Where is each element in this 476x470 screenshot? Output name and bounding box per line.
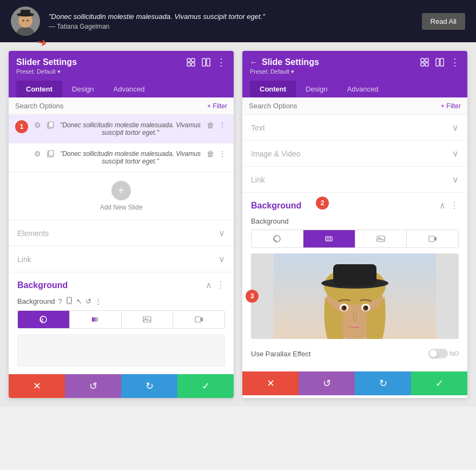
left-bg-title: Background <box>17 280 68 290</box>
right-more-icon[interactable]: ⋮ <box>450 57 460 67</box>
elements-section[interactable]: Elements ∨ <box>9 220 234 246</box>
left-cancel-button[interactable]: ✕ <box>9 374 65 398</box>
right-panel-title: ← Slide Settings <box>250 57 319 67</box>
top-banner: "Donec sollicitudin molestie malesuada. … <box>0 0 476 42</box>
left-bg-color-tab[interactable] <box>18 311 70 328</box>
slide-1-icons: ⚙ <box>32 120 55 130</box>
parallax-row: Use Parallax Effect NO <box>251 343 459 364</box>
right-bg-image-tab[interactable] <box>355 230 407 247</box>
right-redo-button[interactable]: ↻ <box>355 371 411 395</box>
right-bg-video-tab[interactable] <box>407 230 458 247</box>
svg-rect-10 <box>191 63 195 66</box>
right-search-input[interactable] <box>249 102 437 110</box>
right-bg-gradient-tab[interactable] <box>303 230 355 247</box>
right-confirm-button[interactable]: ✓ <box>411 371 467 395</box>
right-bg-label-row: Background <box>251 217 459 225</box>
svg-point-50 <box>365 306 368 309</box>
left-bg-cursor-icon[interactable]: ↖ <box>76 297 82 305</box>
svg-rect-26 <box>421 63 424 66</box>
left-bg-undo-icon[interactable]: ↺ <box>85 297 91 305</box>
read-all-button[interactable]: Read All <box>422 13 465 30</box>
left-tab-advanced[interactable]: Advanced <box>104 81 155 97</box>
right-preset-label[interactable]: Preset: Default ▾ <box>250 68 460 75</box>
add-slide-label: Add New Slide <box>100 204 143 211</box>
right-tab-advanced[interactable]: Advanced <box>338 81 388 97</box>
add-slide-button[interactable]: + <box>111 181 131 200</box>
delete-icon-1[interactable]: 🗑 <box>206 120 215 130</box>
svg-rect-29 <box>440 58 444 66</box>
left-bg-color-preview <box>17 334 225 367</box>
right-split-icon[interactable] <box>435 57 445 67</box>
right-bg-image-container: 3 <box>251 253 459 339</box>
slide-item-2[interactable]: ⚙ "Donec sollicitudin molestie malesuada… <box>9 143 234 172</box>
svg-rect-35 <box>377 236 385 241</box>
toggle-track[interactable] <box>428 349 448 358</box>
image-video-section[interactable]: Image & Video ∨ <box>242 141 467 167</box>
left-bg-type-tabs <box>17 310 225 329</box>
more-icon[interactable]: ⋮ <box>216 57 226 67</box>
expand-icon[interactable] <box>186 57 196 67</box>
link-section-right[interactable]: Link ∨ <box>242 167 467 193</box>
right-tab-content[interactable]: Content <box>250 81 296 97</box>
settings-icon-1[interactable]: ⚙ <box>32 120 42 130</box>
right-bg-sub-label: Background <box>251 217 288 225</box>
delete-icon-2[interactable]: 🗑 <box>206 149 215 159</box>
right-tab-design[interactable]: Design <box>296 81 337 97</box>
svg-rect-28 <box>436 58 439 66</box>
left-filter-button[interactable]: + Filter <box>207 102 227 110</box>
right-tabs: Content Design Advanced <box>250 81 460 97</box>
left-undo-button[interactable]: ↺ <box>65 374 121 398</box>
left-bg-video-tab[interactable] <box>173 311 224 328</box>
text-chevron: ∨ <box>452 122 459 133</box>
left-bg-help-icon[interactable]: ? <box>58 297 62 305</box>
right-bg-more[interactable]: ⋮ <box>450 200 459 211</box>
more-icon-2[interactable]: ⋮ <box>217 149 227 159</box>
left-action-bar: ✕ ↺ ↻ ✓ <box>9 374 234 398</box>
right-expand-icon[interactable] <box>420 57 429 67</box>
more-icon-1[interactable]: ⋮ <box>217 120 227 130</box>
banner-quote: "Donec sollicitudin molestie malesuada. … <box>49 12 413 21</box>
slide-1-text: "Donec sollicitudin molestie malesuada. … <box>60 120 201 138</box>
right-bg-controls: ∧ ⋮ <box>439 200 459 211</box>
left-redo-button[interactable]: ↻ <box>121 374 177 398</box>
left-panel-header: Slider Settings ⋮ Preset: Default ▾ Cont… <box>9 51 234 97</box>
copy-icon-2[interactable] <box>45 149 55 159</box>
left-bg-label-icons: ? ↖ ↺ ⋮ <box>58 297 101 306</box>
split-icon[interactable] <box>201 57 211 67</box>
slide-items-container: 1 ⚙ "Donec sollicitudin molestie malesua… <box>9 115 234 172</box>
left-bg-image-tab[interactable] <box>122 311 174 328</box>
left-confirm-button[interactable]: ✓ <box>177 374 234 398</box>
step-badge-2: 2 <box>316 197 329 210</box>
left-bg-more[interactable]: ⋮ <box>216 280 225 290</box>
parallax-label: Use Parallax Effect <box>251 350 310 358</box>
left-tab-design[interactable]: Design <box>62 81 103 97</box>
svg-rect-25 <box>425 58 428 62</box>
left-tab-content[interactable]: Content <box>16 81 62 97</box>
link-label-left: Link <box>17 255 31 264</box>
right-search-bar: + Filter <box>242 97 467 115</box>
left-search-input[interactable] <box>15 102 203 110</box>
toggle-no-label: NO <box>450 350 459 357</box>
left-bg-more2-icon[interactable]: ⋮ <box>95 297 102 305</box>
copy-icon-1[interactable] <box>45 120 55 130</box>
right-filter-button[interactable]: + Filter <box>441 102 461 110</box>
slide-item-1[interactable]: 1 ⚙ "Donec sollicitudin molestie malesua… <box>9 115 234 143</box>
back-arrow-icon[interactable]: ← <box>250 58 257 67</box>
svg-rect-11 <box>202 58 206 66</box>
right-bg-color-tab[interactable] <box>252 230 303 247</box>
svg-rect-7 <box>187 58 190 62</box>
right-panel-header-icons: ⋮ <box>420 57 460 67</box>
text-section[interactable]: Text ∨ <box>242 115 467 141</box>
left-bg-mobile-icon[interactable] <box>65 297 73 306</box>
left-bg-collapse[interactable]: ∧ <box>206 280 212 290</box>
right-undo-button[interactable]: ↺ <box>299 371 355 395</box>
elements-chevron: ∨ <box>219 228 225 238</box>
settings-icon-2[interactable]: ⚙ <box>32 149 42 159</box>
left-bg-gradient-tab[interactable] <box>70 311 122 328</box>
left-panel: Slider Settings ⋮ Preset: Default ▾ Cont… <box>9 51 234 398</box>
right-bg-collapse[interactable]: ∧ <box>439 200 446 211</box>
link-section-left[interactable]: Link ∨ <box>9 246 234 272</box>
right-cancel-button[interactable]: ✕ <box>242 371 299 395</box>
toggle-no[interactable]: NO <box>428 349 459 358</box>
left-preset-label[interactable]: Preset: Default ▾ <box>16 68 226 75</box>
